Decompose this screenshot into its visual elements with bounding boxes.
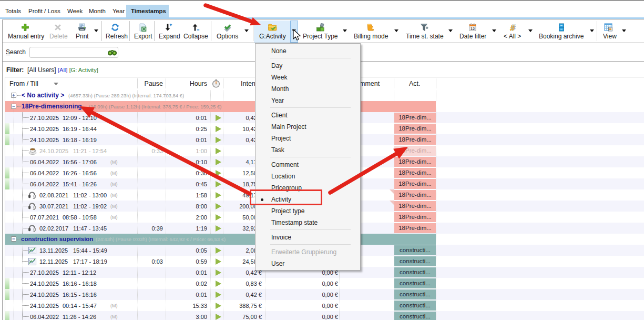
svg-text:12: 12 [471,26,475,31]
svg-text:#: # [509,23,515,32]
